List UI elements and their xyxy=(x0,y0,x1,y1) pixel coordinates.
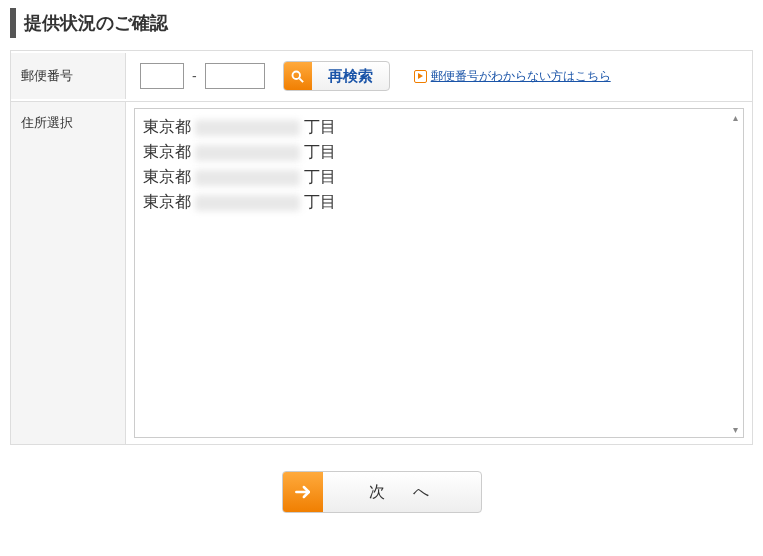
svg-point-0 xyxy=(293,71,301,79)
address-suffix: 丁目 xyxy=(304,142,336,163)
postal-input-2[interactable] xyxy=(205,63,265,89)
search-again-button[interactable]: 再検索 xyxy=(283,61,390,91)
address-prefix: 東京都 xyxy=(143,142,191,163)
address-suffix: 丁目 xyxy=(304,192,336,213)
arrow-right-icon xyxy=(283,471,323,513)
address-masked xyxy=(195,120,300,136)
address-suffix: 丁目 xyxy=(304,117,336,138)
address-item[interactable]: 東京都丁目 xyxy=(143,140,735,165)
address-suffix: 丁目 xyxy=(304,167,336,188)
address-masked xyxy=(195,145,300,161)
page-title: 提供状況のご確認 xyxy=(10,8,753,38)
postal-label: 郵便番号 xyxy=(11,53,126,99)
form-table: 郵便番号 - 再検索 郵便番号がわからない方はこちら 住所選択 xyxy=(10,50,753,445)
next-button-wrap: 次 へ xyxy=(10,471,753,513)
address-row: 住所選択 ▴ 東京都丁目東京都丁目東京都丁目東京都丁目 ▾ xyxy=(11,102,752,444)
next-button-label: 次 へ xyxy=(323,482,481,503)
address-item[interactable]: 東京都丁目 xyxy=(143,115,735,140)
address-prefix: 東京都 xyxy=(143,192,191,213)
arrow-right-icon xyxy=(414,70,427,83)
search-button-label: 再検索 xyxy=(312,67,389,86)
postal-input-1[interactable] xyxy=(140,63,184,89)
address-prefix: 東京都 xyxy=(143,167,191,188)
postal-row: 郵便番号 - 再検索 郵便番号がわからない方はこちら xyxy=(11,51,752,102)
address-prefix: 東京都 xyxy=(143,117,191,138)
postal-content: - 再検索 郵便番号がわからない方はこちら xyxy=(126,51,752,101)
address-content: ▴ 東京都丁目東京都丁目東京都丁目東京都丁目 ▾ xyxy=(126,102,752,444)
scroll-up-icon: ▴ xyxy=(730,112,740,122)
postal-dash: - xyxy=(190,68,199,84)
next-button[interactable]: 次 へ xyxy=(282,471,482,513)
svg-line-1 xyxy=(300,78,304,82)
help-link-wrap: 郵便番号がわからない方はこちら xyxy=(414,68,611,85)
search-icon xyxy=(284,61,312,91)
postal-help-link[interactable]: 郵便番号がわからない方はこちら xyxy=(431,68,611,85)
address-masked xyxy=(195,170,300,186)
address-item[interactable]: 東京都丁目 xyxy=(143,165,735,190)
address-label: 住所選択 xyxy=(11,102,126,444)
scroll-down-icon: ▾ xyxy=(730,424,740,434)
address-list[interactable]: ▴ 東京都丁目東京都丁目東京都丁目東京都丁目 ▾ xyxy=(134,108,744,438)
address-masked xyxy=(195,195,300,211)
address-item[interactable]: 東京都丁目 xyxy=(143,190,735,215)
